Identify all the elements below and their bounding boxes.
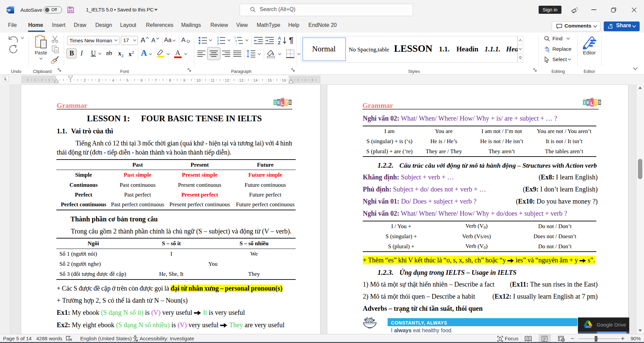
svg-text:15: 15	[267, 78, 272, 82]
svg-text:13: 13	[239, 78, 243, 82]
svg-text:W: W	[7, 8, 11, 12]
svg-text:9: 9	[183, 78, 185, 82]
svg-text:4: 4	[112, 78, 114, 82]
svg-text:3: 3	[98, 78, 100, 82]
svg-text:14: 14	[253, 78, 258, 82]
svg-text:I: I	[275, 100, 276, 105]
svg-text:7: 7	[155, 78, 157, 82]
svg-text:T: T	[285, 100, 288, 105]
svg-text:T: T	[594, 100, 597, 105]
svg-text:2: 2	[84, 78, 86, 82]
svg-text:A: A	[278, 36, 281, 41]
svg-text:S: S	[289, 100, 292, 105]
svg-text:L: L	[281, 100, 284, 106]
svg-text:16: 16	[282, 78, 286, 82]
svg-text:E: E	[587, 100, 590, 105]
svg-text:11: 11	[211, 78, 215, 82]
svg-text:i: i	[236, 42, 237, 45]
svg-text:Z: Z	[278, 40, 281, 45]
svg-text:12: 12	[225, 78, 229, 82]
svg-text:10: 10	[196, 78, 201, 82]
svg-text:5: 5	[126, 78, 128, 82]
svg-text:6: 6	[141, 78, 143, 82]
svg-text:I: I	[584, 100, 585, 105]
svg-text:8: 8	[169, 78, 171, 82]
svg-text:3: 3	[217, 42, 219, 45]
svg-text:L: L	[591, 100, 594, 106]
svg-text:S: S	[598, 100, 601, 105]
svg-text:E: E	[277, 100, 280, 105]
